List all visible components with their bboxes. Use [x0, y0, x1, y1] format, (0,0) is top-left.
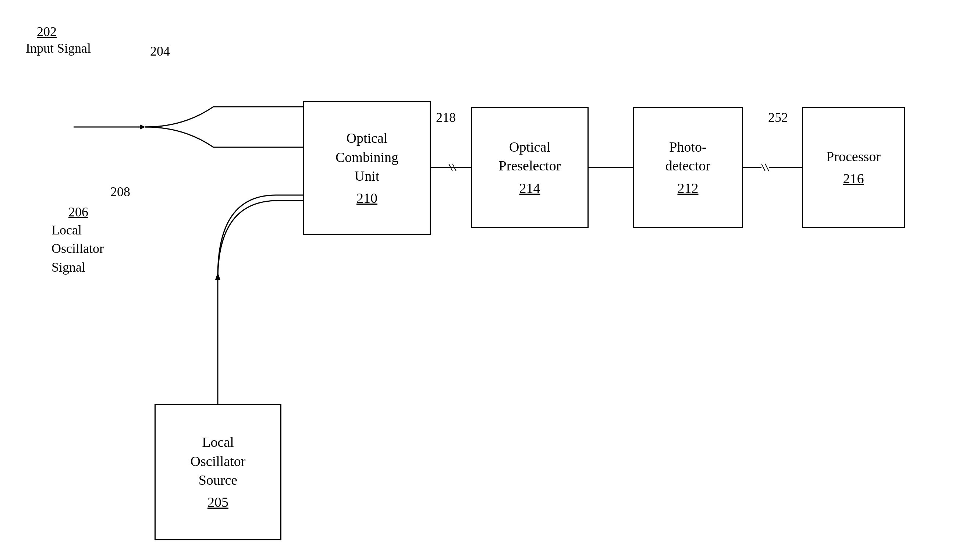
diagram-svg	[0, 0, 980, 558]
svg-marker-1	[140, 125, 145, 130]
pd-label: Photo-detector	[666, 138, 710, 176]
ref-252-label: 252	[768, 110, 788, 125]
local-oscillator-source-block: LocalOscillatorSource 205	[154, 404, 281, 540]
ref-208-label: 208	[110, 184, 130, 200]
op-label: OpticalPreselector	[499, 138, 561, 176]
proc-label: Processor	[826, 147, 881, 166]
ocu-label: OpticalCombiningUnit	[335, 129, 398, 185]
ref-206-label: 206	[69, 204, 88, 220]
ref-202-label: 202	[37, 24, 57, 39]
ref-204-label: 204	[150, 43, 170, 59]
processor-block: Processor 216	[802, 107, 905, 228]
diagram-container: 202 Input Signal 204 208 206 LocalOscill…	[0, 0, 980, 558]
los-label: LocalOscillatorSource	[191, 433, 246, 489]
proc-number: 216	[843, 170, 864, 188]
svg-line-11	[761, 164, 765, 171]
ref-218-label: 218	[436, 110, 456, 125]
photodetector-block: Photo-detector 212	[633, 107, 743, 228]
svg-line-12	[765, 164, 769, 171]
optical-combining-unit-block: OpticalCombiningUnit 210	[303, 101, 431, 235]
pd-number: 212	[677, 179, 699, 197]
los-number: 205	[208, 493, 229, 511]
op-number: 214	[519, 179, 540, 197]
input-signal-label: Input Signal	[26, 41, 91, 56]
optical-preselector-block: OpticalPreselector 214	[471, 107, 589, 228]
ocu-number: 210	[357, 189, 378, 207]
lo-signal-label: LocalOscillatorSignal	[51, 221, 104, 276]
